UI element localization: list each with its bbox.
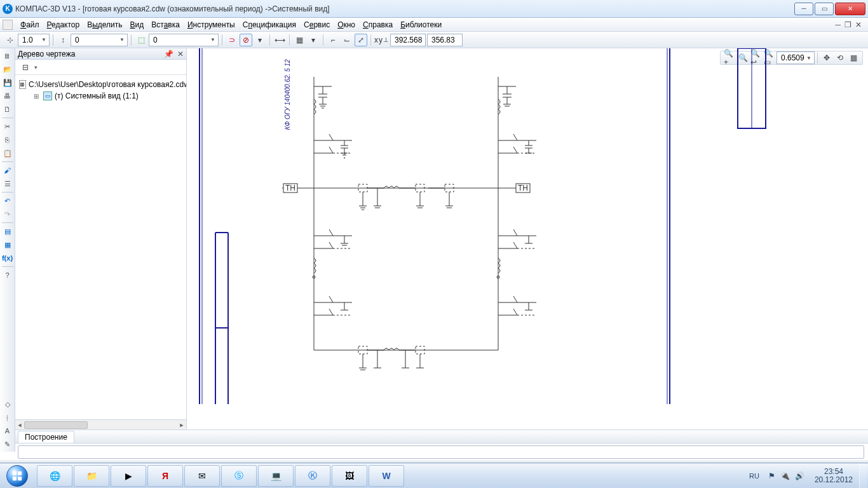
- tray-clock[interactable]: 23:54 20.12.2012: [808, 468, 859, 484]
- snap-toggle-icon[interactable]: ⊘: [240, 34, 252, 46]
- save-icon[interactable]: 💾: [1, 76, 14, 89]
- svg-line-73: [329, 229, 333, 236]
- menu-bar: Файл Редактор Выделить Вид Вставка Инстр…: [0, 18, 868, 32]
- fx-icon[interactable]: f(x): [1, 252, 14, 264]
- text-icon[interactable]: A: [1, 424, 14, 437]
- app-icon: K: [3, 4, 13, 14]
- layer-icon[interactable]: ⬚: [135, 34, 147, 46]
- round-icon[interactable]: ⤢: [355, 34, 367, 46]
- tray-volume-icon[interactable]: 🔊: [795, 471, 804, 480]
- svg-line-43: [513, 134, 517, 140]
- magnet-icon[interactable]: ⊃: [226, 34, 238, 46]
- task-explorer[interactable]: 📁: [74, 465, 109, 487]
- scroll-right-icon[interactable]: ►: [177, 420, 186, 430]
- preview-icon[interactable]: 🗋: [1, 103, 14, 116]
- menu-service[interactable]: Сервис: [300, 19, 334, 30]
- task-yandex[interactable]: Я: [147, 465, 183, 487]
- tree-root[interactable]: 🗎 С:\Users\User\Desktop\готовая курсовая…: [18, 79, 184, 90]
- menu-select[interactable]: Выделить: [83, 19, 126, 30]
- show-desktop-button[interactable]: [859, 463, 867, 489]
- mdi-restore-icon[interactable]: ❐: [844, 20, 851, 29]
- doc-icon[interactable]: [3, 20, 13, 30]
- menu-edit[interactable]: Редактор: [43, 19, 84, 30]
- menu-file[interactable]: Файл: [17, 19, 43, 30]
- ortho-y-icon[interactable]: ⌙: [341, 34, 353, 46]
- menu-window[interactable]: Окно: [334, 19, 359, 30]
- style-icon[interactable]: ↕: [57, 34, 69, 46]
- svg-rect-123: [18, 471, 22, 475]
- command-input[interactable]: [18, 445, 864, 459]
- snap-step-icon[interactable]: ⊹: [4, 34, 17, 46]
- new-doc-icon[interactable]: 🗎: [1, 50, 14, 62]
- window-title: КОМПАС-3D V13 - [готовая курсовая2.cdw (…: [15, 4, 330, 13]
- tree-panel: Дерево чертежа 📌 ✕ ⊟ ▾ 🗎 С:\Users\User\D…: [15, 48, 187, 430]
- mdi-minimize-icon[interactable]: ─: [835, 20, 841, 29]
- scroll-thumb[interactable]: [24, 421, 88, 429]
- tree-child[interactable]: ⊞ ▭ (т) Системный вид (1:1): [18, 90, 184, 102]
- copy-icon[interactable]: ⎘: [1, 133, 14, 146]
- coord-label-xy: xy⊥: [374, 36, 389, 44]
- step-combo[interactable]: 1.0▼: [18, 34, 50, 46]
- style-combo[interactable]: 0▼: [71, 34, 128, 46]
- brush-icon[interactable]: 🖌: [1, 164, 14, 177]
- cut-icon[interactable]: ✂: [1, 120, 14, 133]
- help-icon[interactable]: ?: [1, 269, 14, 281]
- menu-tools[interactable]: Инструменты: [184, 19, 239, 30]
- expand-icon[interactable]: ⊞: [32, 92, 41, 100]
- task-media[interactable]: ▶: [111, 465, 146, 487]
- print-icon[interactable]: 🖶: [1, 90, 14, 102]
- tree-dd-icon[interactable]: ▾: [34, 64, 37, 71]
- pin-icon[interactable]: 📌: [164, 50, 173, 58]
- start-button[interactable]: [0, 463, 34, 489]
- ortho-x-icon[interactable]: ⌐: [327, 34, 339, 46]
- tray-flag-icon[interactable]: ⚑: [768, 471, 775, 480]
- menu-libs[interactable]: Библиотеки: [397, 19, 445, 30]
- menu-help[interactable]: Справка: [359, 19, 397, 30]
- task-word[interactable]: W: [369, 465, 404, 487]
- svg-rect-122: [13, 471, 17, 475]
- tree-hscroll[interactable]: ◄ ►: [15, 419, 186, 430]
- spec2-icon[interactable]: ▦: [1, 238, 14, 251]
- coord-y-field[interactable]: 356.83: [427, 34, 463, 46]
- props-icon[interactable]: ☰: [1, 177, 14, 190]
- tray-network-icon[interactable]: 🔌: [780, 471, 790, 480]
- task-kompas[interactable]: Ⓚ: [295, 465, 330, 487]
- undo-icon[interactable]: ↶: [1, 194, 14, 207]
- svg-line-100: [513, 296, 517, 302]
- task-photos[interactable]: 🖼: [332, 465, 367, 487]
- menu-spec[interactable]: Спецификация: [239, 19, 300, 30]
- grid-dropdown-icon[interactable]: ▾: [307, 34, 320, 46]
- geom-icon[interactable]: ◇: [1, 398, 14, 410]
- tab-build[interactable]: Построение: [18, 431, 74, 443]
- dim-icon[interactable]: ⟷: [273, 34, 286, 46]
- edit2-icon[interactable]: ✎: [1, 438, 14, 451]
- menu-insert[interactable]: Вставка: [147, 19, 184, 30]
- task-skype[interactable]: Ⓢ: [221, 465, 257, 487]
- command-bar: [0, 444, 868, 461]
- svg-line-82: [513, 229, 517, 236]
- tree-mode-icon[interactable]: ⊟: [19, 61, 32, 74]
- snap-dropdown-icon[interactable]: ▾: [254, 34, 266, 46]
- svg-line-97: [329, 309, 333, 315]
- close-button[interactable]: ✕: [835, 3, 865, 15]
- redo-icon[interactable]: ↷: [1, 208, 14, 220]
- paste-icon[interactable]: 📋: [1, 147, 14, 159]
- layer-combo[interactable]: 0▼: [149, 34, 219, 46]
- grid-icon[interactable]: ▦: [293, 34, 306, 46]
- task-ie[interactable]: 🌐: [37, 465, 72, 487]
- tree-close-icon[interactable]: ✕: [177, 50, 184, 58]
- task-mail[interactable]: ✉: [184, 465, 220, 487]
- dim2-icon[interactable]: ⟊: [1, 411, 14, 424]
- scroll-left-icon[interactable]: ◄: [15, 420, 24, 430]
- tray-lang[interactable]: RU: [744, 472, 764, 480]
- maximize-button[interactable]: ▭: [815, 3, 834, 15]
- spec-icon[interactable]: ▤: [1, 225, 14, 238]
- drawing-canvas[interactable]: 🔍+ 🔍 🔍↩ 🔍▭ 0.6509▼ ✥ ⟲ ▦: [187, 48, 868, 430]
- task-notes[interactable]: 💻: [258, 465, 294, 487]
- menu-view[interactable]: Вид: [126, 19, 148, 30]
- minimize-button[interactable]: ─: [794, 3, 813, 15]
- open-icon[interactable]: 📂: [1, 63, 14, 76]
- mdi-close-icon[interactable]: ✕: [855, 20, 862, 29]
- property-toolbar: ⊹ 1.0▼ ↕ 0▼ ⬚ 0▼ ⊃ ⊘ ▾ ⟷ ▦ ▾ ⌐ ⌙ ⤢ xy⊥ 3…: [0, 32, 868, 48]
- coord-x-field[interactable]: 392.568: [390, 34, 426, 46]
